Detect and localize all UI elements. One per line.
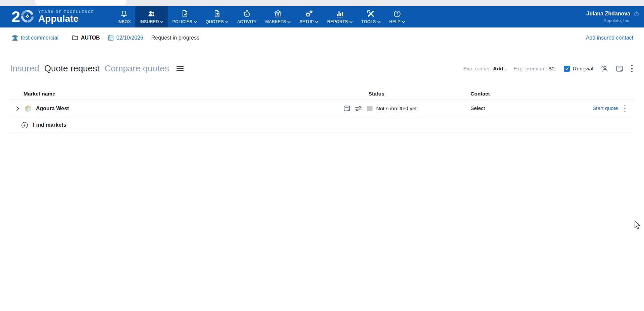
nav-item-label: REPORTS: [327, 19, 348, 24]
nav-item-label: ACTIVITY: [237, 19, 257, 24]
chevron-down-icon: [377, 21, 381, 23]
market-globe-icon: [25, 105, 32, 112]
nav-item-label: QUOTES: [206, 19, 224, 24]
nav-item-activity[interactable]: ACTIVITY: [233, 6, 261, 27]
start-quote-link[interactable]: Start quote: [593, 105, 618, 111]
circle-plus-icon: [21, 122, 28, 129]
column-header-market-name: Market name: [10, 91, 367, 97]
mouse-cursor: [634, 221, 641, 231]
help-icon: ?: [393, 9, 401, 18]
nav-item-label: TOOLS: [361, 19, 376, 24]
renewal-checkbox[interactable]: [564, 66, 570, 72]
renewal-label: Renewal: [573, 66, 593, 72]
person-search-icon[interactable]: [600, 64, 609, 73]
bank-icon: [11, 34, 18, 41]
nav-items: INBOX INSURED: [113, 6, 409, 27]
kebab-menu-icon[interactable]: [630, 64, 634, 73]
nav-item-policies[interactable]: POLICIES: [168, 6, 201, 27]
chevron-down-icon: [402, 21, 405, 23]
add-insured-contact-link[interactable]: Add insured contact: [586, 35, 633, 41]
tab-quote-request[interactable]: Quote request: [44, 63, 100, 74]
nav-item-inbox[interactable]: INBOX: [113, 6, 135, 27]
bank-icon: [274, 9, 282, 18]
chevron-down-icon: [287, 21, 291, 23]
tools-icon: [366, 9, 375, 18]
document-check-icon: [181, 9, 189, 18]
nav-item-setup[interactable]: SETUP: [295, 6, 323, 27]
find-markets-label[interactable]: Find markets: [33, 122, 66, 128]
note-icon[interactable]: [343, 105, 351, 112]
nav-item-help[interactable]: ? HELP: [385, 6, 409, 27]
folder-icon: [71, 34, 79, 41]
browser-chrome-remnant: [35, 0, 127, 5]
power-icon[interactable]: [633, 11, 640, 17]
quote-summary-toolbar: Exp. carrier: Add... Exp. premium: $0 Re…: [463, 64, 634, 73]
chevron-down-icon: [194, 21, 197, 23]
nav-item-label: INSURED: [140, 19, 159, 24]
gears-icon: [305, 9, 313, 18]
chevron-down-icon: [225, 21, 229, 23]
nav-item-quotes[interactable]: QUOTES: [201, 6, 233, 27]
nav-item-reports[interactable]: REPORTS: [323, 6, 357, 27]
exp-carrier-value[interactable]: Add...: [493, 66, 507, 72]
logo-brand: Appulate: [38, 14, 94, 24]
line-of-business[interactable]: AUTOB: [71, 34, 100, 41]
exp-carrier-label: Exp. carrier:: [463, 66, 492, 72]
logo-pinwheel-icon: [19, 8, 35, 25]
exp-premium-label: Exp. premium:: [513, 66, 547, 72]
status-color-swatch: [367, 106, 373, 111]
tabs-row: Insured Quote request Compare quotes Exp…: [10, 62, 634, 75]
bar-chart-icon: [336, 9, 344, 18]
user-company: Appulate, Inc.: [604, 18, 640, 23]
chevron-down-icon: [160, 21, 163, 23]
user-menu: Julana Zhdanova Appulate, Inc.: [586, 6, 644, 27]
market-name-link[interactable]: Agoura West: [36, 106, 69, 112]
exp-premium-value[interactable]: $0: [549, 66, 554, 72]
insured-breadcrumb[interactable]: test commercial: [11, 34, 58, 41]
row-kebab-menu-icon[interactable]: [623, 104, 627, 113]
chevron-down-icon: [315, 21, 318, 23]
nav-item-label: MARKETS: [265, 19, 286, 24]
expand-row-icon[interactable]: [14, 105, 21, 112]
logo-number: 2: [11, 10, 19, 24]
tabs-menu-icon[interactable]: [176, 65, 184, 72]
nav-item-label: INBOX: [117, 19, 131, 24]
nav-item-tools[interactable]: TOOLS: [357, 6, 385, 27]
effective-date[interactable]: 02/10/2026: [107, 35, 143, 41]
nav-item-label: POLICIES: [172, 19, 192, 24]
column-header-contact: Contact: [470, 91, 634, 97]
tab-insured[interactable]: Insured: [10, 63, 39, 74]
contact-select-dropdown[interactable]: Select: [470, 105, 485, 111]
check-icon: [565, 66, 569, 71]
sliders-icon[interactable]: [354, 105, 362, 113]
nav-item-label: HELP: [389, 19, 400, 24]
page-content: Insured Quote request Compare quotes Exp…: [0, 62, 644, 133]
find-markets-row[interactable]: Find markets: [10, 117, 634, 133]
nav-item-insured[interactable]: INSURED: [135, 6, 168, 27]
table-row-agoura-west: Agoura West Not su: [10, 100, 634, 117]
breadcrumb: test commercial AUTOB 02/10/2026 Request…: [0, 27, 644, 48]
document-hourglass-icon: [213, 9, 221, 18]
insured-name-link[interactable]: test commercial: [21, 35, 58, 41]
markets-table-header: Market name Status Contact: [10, 88, 634, 100]
stopwatch-icon: [243, 9, 251, 18]
breadcrumb-divider: [65, 33, 65, 43]
browser-chrome-strip: [0, 0, 644, 6]
calendar-icon: [107, 35, 114, 41]
tab-compare-quotes[interactable]: Compare quotes: [105, 63, 169, 74]
nav-item-label: SETUP: [299, 19, 314, 24]
column-header-status: Status: [367, 91, 470, 97]
line-of-business-label: AUTOB: [81, 35, 100, 41]
bell-icon: [120, 9, 128, 18]
nav-item-markets[interactable]: MARKETS: [261, 6, 295, 27]
status-text: Not submitted yet: [376, 106, 417, 112]
people-icon: [147, 9, 156, 18]
user-menu-trigger[interactable]: Julana Zhdanova: [586, 11, 640, 17]
appulate-logo[interactable]: 2 YEARS OF EXCELLENCE Appu: [0, 6, 94, 27]
request-status-text: Request in progress: [151, 35, 199, 41]
note-icon[interactable]: [615, 65, 624, 73]
chevron-down-icon: [349, 21, 353, 23]
main-nav-bar: 2 YEARS OF EXCELLENCE Appu: [0, 6, 644, 27]
user-name: Julana Zhdanova: [586, 11, 630, 17]
effective-date-link[interactable]: 02/10/2026: [116, 35, 143, 41]
